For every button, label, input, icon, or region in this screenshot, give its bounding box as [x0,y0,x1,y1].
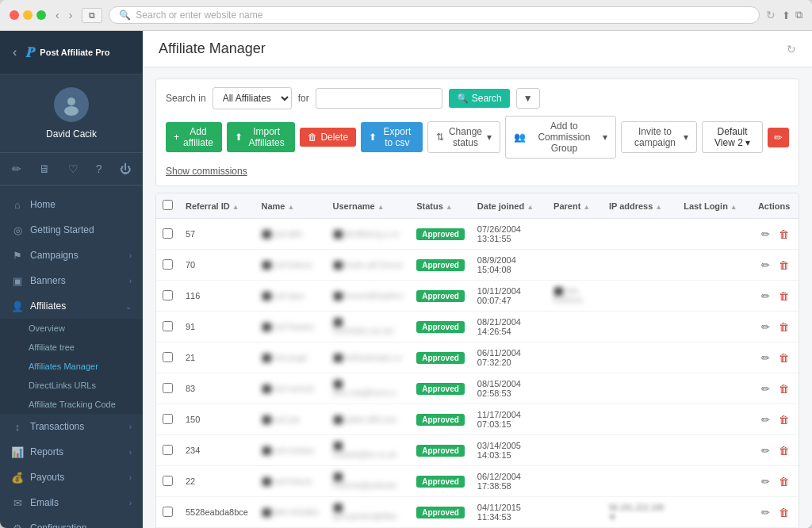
edit-tool-button[interactable]: ✏ [9,159,25,178]
tab-button[interactable]: ⧉ [82,8,102,23]
row-checkbox-cell[interactable] [156,342,179,373]
delete-row-button[interactable]: 🗑 [776,412,792,427]
export-button[interactable]: ⬆ Export to csv [361,122,423,152]
col-name[interactable]: Name▲ [255,193,327,219]
delete-row-button[interactable]: 🗑 [776,505,792,520]
sidebar-item-payouts[interactable]: 💰 Payouts › [0,465,143,490]
show-commissions-link[interactable]: Show commissions [166,166,247,177]
row-checkbox[interactable] [163,321,173,331]
table: Referral ID▲ Name▲ Username▲ Status▲ Dat… [156,193,799,528]
delete-row-button[interactable]: 🗑 [776,289,792,304]
col-status[interactable]: Status▲ [410,193,471,219]
view-select-button[interactable]: Default View 2 ▾ [702,121,763,153]
invite-campaign-button[interactable]: Invite to campaign ▾ [621,121,697,153]
row-checkbox-cell[interactable] [156,281,179,312]
svg-point-1 [64,106,79,116]
row-checkbox[interactable] [163,383,173,393]
row-checkbox[interactable] [163,414,173,424]
col-username[interactable]: Username▲ [327,193,411,219]
sub-nav-affiliates-manager[interactable]: Affiliates Manager [0,357,143,376]
edit-row-button[interactable]: ✏ [758,505,773,520]
back-button[interactable]: ‹ [52,7,63,23]
select-all-checkbox[interactable] [163,200,173,210]
delete-row-button[interactable]: 🗑 [776,319,792,335]
help-tool-button[interactable]: ? [93,159,105,178]
row-checkbox-cell[interactable] [156,497,179,528]
delete-row-button[interactable]: 🗑 [776,381,792,396]
edit-row-button[interactable]: ✏ [758,227,773,242]
browser-refresh-icon[interactable]: ↻ [766,9,776,21]
row-checkbox-cell[interactable] [156,373,179,404]
row-checkbox-cell[interactable] [156,250,179,281]
address-bar[interactable]: 🔍 Search or enter website name [109,6,760,24]
delete-row-button[interactable]: 🗑 [776,443,792,458]
col-ip[interactable]: IP address▲ [603,193,677,219]
sidebar-item-transactions[interactable]: ↕ Transactions › [0,414,143,439]
delete-row-button[interactable]: 🗑 [776,227,792,242]
row-checkbox[interactable] [163,290,173,300]
sidebar-item-configuration[interactable]: ⚙ Configuration [0,515,143,528]
header-refresh-button[interactable]: ↻ [787,43,796,55]
edit-row-button[interactable]: ✏ [758,412,773,427]
view-settings-button[interactable]: ✏ [768,128,789,147]
commission-group-button[interactable]: 👥 Add to Commission Group ▾ [505,116,616,159]
sub-nav-tracking-code[interactable]: Affiliate Tracking Code [0,395,143,414]
delete-row-button[interactable]: 🗑 [776,474,792,489]
row-checkbox[interactable] [163,507,173,517]
sub-nav-overview[interactable]: Overview [0,319,143,338]
search-button[interactable]: 🔍 Search [449,89,510,108]
add-affiliate-button[interactable]: + Add affiliate [166,122,222,152]
row-checkbox[interactable] [163,228,173,239]
edit-row-button[interactable]: ✏ [758,474,773,489]
row-checkbox-cell[interactable] [156,435,179,466]
sidebar-item-emails[interactable]: ✉ Emails › [0,490,143,515]
row-checkbox-cell[interactable] [156,219,179,250]
monitor-tool-button[interactable]: 🖥 [36,159,53,178]
sidebar-item-campaigns[interactable]: ⚑ Campaigns › [0,243,143,268]
col-date-joined[interactable]: Date joined▲ [471,193,547,219]
edit-row-button[interactable]: ✏ [758,350,773,365]
minimize-button[interactable] [23,10,33,20]
delete-button[interactable]: 🗑 Delete [300,128,356,147]
sub-nav-directlinks[interactable]: DirectLinks URLs [0,376,143,395]
change-status-button[interactable]: ⇅ Change status ▾ [427,121,500,153]
filter-button[interactable]: ▼ [516,88,540,109]
row-checkbox[interactable] [163,259,173,270]
search-in-select[interactable]: All Affiliates [213,87,292,109]
sidebar-item-home[interactable]: ⌂ Home [0,192,143,217]
share-button[interactable]: ⬆ [782,9,791,21]
edit-row-button[interactable]: ✏ [758,381,773,396]
close-button[interactable] [10,10,19,20]
cell-name: ⬛ null days [255,281,327,312]
maximize-button[interactable] [36,10,46,20]
select-all-header[interactable] [156,193,179,219]
row-checkbox[interactable] [163,476,173,486]
edit-row-button[interactable]: ✏ [758,289,773,304]
sidebar-item-banners[interactable]: ▣ Banners › [0,268,143,293]
row-checkbox-cell[interactable] [156,466,179,497]
forward-button[interactable]: › [66,7,76,23]
heart-tool-button[interactable]: ♡ [65,159,82,178]
sidebar-item-reports[interactable]: 📊 Reports › [0,439,143,465]
col-last-login[interactable]: Last Login▲ [677,193,752,219]
col-referral-id[interactable]: Referral ID▲ [179,193,255,219]
edit-row-button[interactable]: ✏ [758,319,773,335]
edit-row-button[interactable]: ✏ [758,443,773,458]
sidebar-item-affiliates[interactable]: 👤 Affiliates ⌄ [0,293,143,319]
delete-row-button[interactable]: 🗑 [776,350,792,365]
power-tool-button[interactable]: ⏻ [117,159,134,178]
row-checkbox[interactable] [163,445,173,455]
cell-parent [547,250,603,281]
search-input[interactable] [316,88,442,109]
row-checkbox-cell[interactable] [156,312,179,342]
sub-nav-affiliate-tree[interactable]: Affiliate tree [0,338,143,357]
new-tab-button[interactable]: ⧉ [795,9,802,21]
edit-row-button[interactable]: ✏ [758,258,773,273]
sidebar-item-getting-started[interactable]: ◎ Getting Started [0,217,143,243]
row-checkbox-cell[interactable] [156,404,179,435]
row-checkbox[interactable] [163,352,173,362]
col-parent[interactable]: Parent▲ [547,193,603,219]
import-affiliates-button[interactable]: ⬆ Import Affiliates [227,122,295,152]
delete-row-button[interactable]: 🗑 [776,258,792,273]
sidebar-back-button[interactable]: ‹ [10,44,20,61]
